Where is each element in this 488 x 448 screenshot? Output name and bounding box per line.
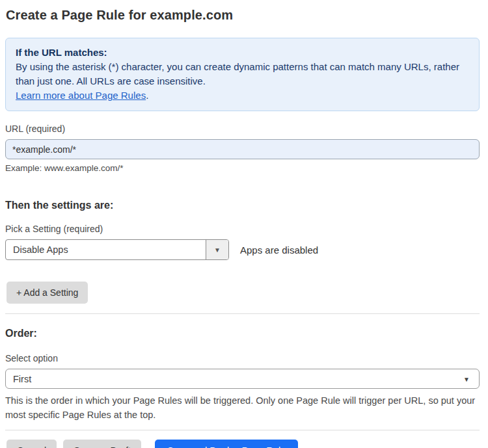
order-select-label: Select option bbox=[5, 353, 480, 363]
setting-dropdown-button[interactable]: ▼ bbox=[206, 240, 228, 259]
page-rule-form: Create a Page Rule for example.com If th… bbox=[0, 0, 488, 448]
order-section-heading: Order: bbox=[5, 328, 480, 339]
info-box-body: By using the asterisk (*) character, you… bbox=[16, 60, 469, 88]
url-field-label: URL (required) bbox=[5, 124, 480, 134]
chevron-down-icon: ▼ bbox=[214, 246, 221, 254]
page-title: Create a Page Rule for example.com bbox=[6, 8, 480, 23]
chevron-down-icon: ▼ bbox=[463, 375, 470, 382]
learn-more-link[interactable]: Learn more about Page Rules bbox=[16, 90, 146, 101]
save-and-deploy-button[interactable]: Save and Deploy Page Rule bbox=[155, 440, 298, 448]
section-divider bbox=[5, 313, 480, 314]
pick-setting-label: Pick a Setting (required) bbox=[5, 224, 480, 234]
setting-status-text: Apps are disabled bbox=[240, 244, 318, 256]
settings-section-heading: Then the settings are: bbox=[5, 200, 480, 211]
cancel-button[interactable]: Cancel bbox=[7, 440, 57, 448]
info-box-heading: If the URL matches: bbox=[16, 46, 469, 60]
setting-dropdown[interactable]: Disable Apps ▼ bbox=[5, 239, 229, 260]
order-select-value: First bbox=[13, 374, 31, 384]
url-match-info-box: If the URL matches: By using the asteris… bbox=[5, 38, 480, 111]
info-box-link-line: Learn more about Page Rules. bbox=[16, 88, 469, 103]
order-select[interactable]: First ▼ bbox=[5, 369, 480, 389]
order-helper-text: This is the order in which your Page Rul… bbox=[5, 393, 478, 422]
footer-divider bbox=[5, 430, 480, 430]
link-suffix: . bbox=[146, 90, 148, 101]
save-as-draft-button[interactable]: Save as Draft bbox=[63, 440, 141, 448]
url-example-helper: Example: www.example.com/* bbox=[5, 163, 480, 173]
setting-dropdown-value: Disable Apps bbox=[6, 240, 206, 259]
add-setting-button[interactable]: + Add a Setting bbox=[7, 282, 88, 304]
setting-row: Disable Apps ▼ Apps are disabled bbox=[5, 239, 480, 260]
footer-button-row: Cancel Save as Draft Save and Deploy Pag… bbox=[7, 440, 480, 448]
url-input[interactable] bbox=[5, 139, 480, 159]
